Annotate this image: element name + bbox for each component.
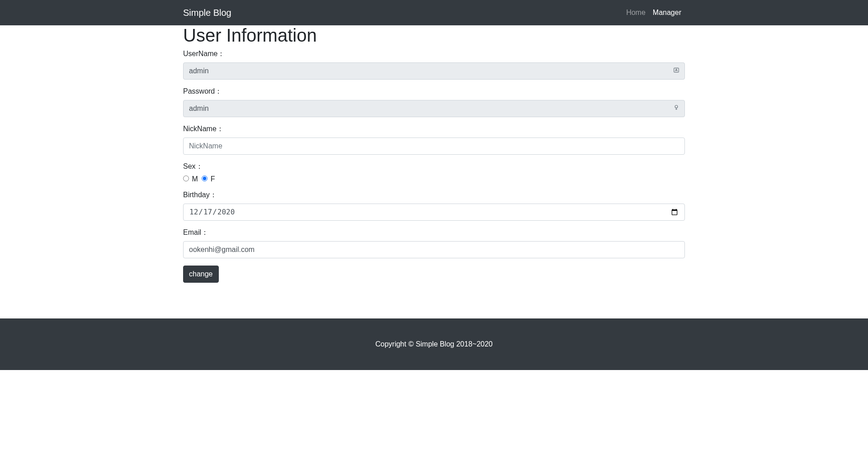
nav-link-manager[interactable]: Manager — [649, 5, 685, 20]
sex-label-f: F — [211, 175, 215, 183]
page-title: User Information — [183, 25, 685, 46]
footer-text: Copyright © Simple Blog 2018~2020 — [0, 340, 868, 348]
navbar: Simple Blog Home Manager — [0, 0, 868, 25]
nav-link-home[interactable]: Home — [623, 5, 649, 20]
user-form: UserName： Password： NickName： Sex： — [183, 49, 685, 283]
sex-radio-group: M F — [183, 175, 685, 183]
email-input[interactable] — [183, 241, 685, 258]
username-label: UserName： — [183, 49, 225, 59]
sex-label-m: M — [192, 175, 198, 183]
change-button[interactable]: change — [183, 266, 219, 283]
birthday-input[interactable] — [183, 204, 685, 221]
footer: Copyright © Simple Blog 2018~2020 — [0, 318, 868, 370]
password-label: Password： — [183, 87, 222, 96]
navbar-brand[interactable]: Simple Blog — [183, 8, 231, 18]
sex-radio-m[interactable] — [183, 176, 189, 181]
navbar-nav: Home Manager — [623, 9, 685, 17]
sex-radio-f[interactable] — [202, 176, 208, 181]
birthday-label: Birthday： — [183, 190, 217, 200]
password-input[interactable] — [183, 100, 685, 117]
sex-label: Sex： — [183, 162, 203, 171]
nickname-label: NickName： — [183, 124, 224, 134]
nickname-input[interactable] — [183, 138, 685, 155]
username-input[interactable] — [183, 62, 685, 80]
email-label: Email： — [183, 228, 208, 237]
